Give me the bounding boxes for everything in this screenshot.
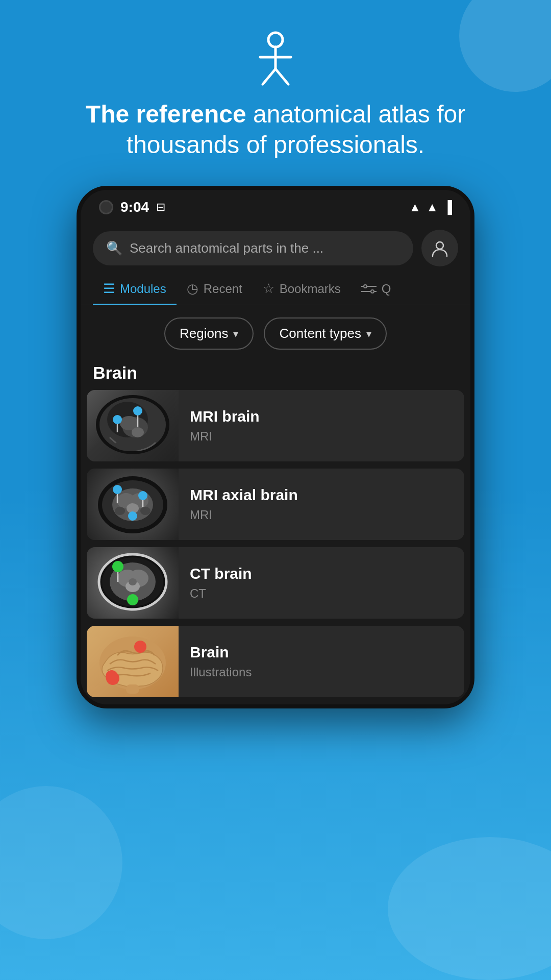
svg-line-4 <box>276 69 288 84</box>
regions-filter-button[interactable]: Regions ▾ <box>164 317 254 350</box>
search-bar[interactable]: 🔍 Search anatomical parts in the ... <box>93 231 413 265</box>
search-icon: 🔍 <box>106 240 122 256</box>
section-brain-title: Brain <box>81 358 470 390</box>
time: 9:04 <box>120 199 149 215</box>
module-name: MRI brain <box>190 408 453 425</box>
app-content: 🔍 Search anatomical parts in the ... ☰ M… <box>81 220 470 704</box>
filter-icon <box>361 281 377 297</box>
svg-point-29 <box>115 507 125 515</box>
bg-decoration-2 <box>0 786 122 939</box>
svg-point-18 <box>115 439 145 451</box>
mri-brain-image <box>89 391 176 460</box>
tab-recent[interactable]: ◷ Recent <box>177 272 253 305</box>
person-icon <box>253 31 298 87</box>
svg-point-52 <box>134 641 146 653</box>
svg-point-31 <box>113 485 122 494</box>
module-info-brain: Brain Illustrations <box>179 626 464 697</box>
tab-bar: ☰ Modules ◷ Recent ☆ Bookmarks <box>81 272 470 305</box>
list-item[interactable]: MRI axial brain MRI <box>87 469 464 540</box>
list-item[interactable]: CT brain CT <box>87 547 464 619</box>
module-name: Brain <box>190 644 453 661</box>
module-type: CT <box>190 586 453 601</box>
app-header: The reference anatomical atlas for thous… <box>0 0 551 186</box>
tab-recent-label: Recent <box>204 282 242 296</box>
avatar-button[interactable] <box>421 230 458 266</box>
tagline: The reference anatomical atlas for thous… <box>0 99 551 160</box>
filter-row: Regions ▾ Content types ▾ <box>81 305 470 358</box>
tab-q-label: Q <box>382 282 391 296</box>
status-bar: 9:04 ⊟ ▲ ▲ ▐ <box>81 190 470 220</box>
module-info-ct: CT brain CT <box>179 547 464 619</box>
bg-decoration-3 <box>388 837 551 980</box>
content-types-filter-button[interactable]: Content types ▾ <box>264 317 386 350</box>
mri-axial-image <box>89 470 176 539</box>
regions-chevron-icon: ▾ <box>233 328 238 340</box>
svg-point-42 <box>129 578 137 585</box>
module-info-mri-brain: MRI brain MRI <box>179 390 464 461</box>
signal-icon: ▲ <box>426 200 438 214</box>
notification-icon: ⊟ <box>156 201 165 214</box>
tab-bookmarks[interactable]: ☆ Bookmarks <box>253 272 351 305</box>
modules-icon: ☰ <box>103 281 115 297</box>
svg-point-46 <box>127 594 138 605</box>
module-thumb-mri-axial <box>87 469 179 540</box>
module-type: MRI <box>190 429 453 444</box>
svg-point-34 <box>138 491 147 500</box>
module-name: CT brain <box>190 565 453 582</box>
regions-label: Regions <box>180 326 228 341</box>
svg-point-6 <box>364 285 367 288</box>
svg-point-17 <box>132 427 144 437</box>
module-thumb-mri-brain <box>87 390 179 461</box>
module-thumb-ct <box>87 547 179 619</box>
status-left: 9:04 ⊟ <box>99 199 165 215</box>
module-name: MRI axial brain <box>190 486 453 504</box>
module-type: MRI <box>190 508 453 522</box>
svg-line-3 <box>263 69 276 84</box>
svg-point-0 <box>268 33 283 47</box>
battery-icon: ▐ <box>443 200 452 214</box>
list-item[interactable]: MRI brain MRI <box>87 390 464 461</box>
module-type: Illustrations <box>190 665 453 679</box>
content-types-chevron-icon: ▾ <box>366 328 371 340</box>
camera-dot <box>99 200 113 214</box>
search-placeholder-text: Search anatomical parts in the ... <box>130 240 323 256</box>
wifi-icon: ▲ <box>409 200 421 214</box>
svg-point-51 <box>106 670 118 682</box>
recent-icon: ◷ <box>187 281 198 297</box>
svg-point-7 <box>371 290 374 293</box>
bookmark-icon: ☆ <box>263 281 274 297</box>
svg-point-33 <box>128 511 137 521</box>
list-item[interactable]: Brain Illustrations <box>87 626 464 697</box>
tab-filter[interactable]: Q <box>351 272 402 305</box>
svg-point-19 <box>133 406 142 415</box>
phone-wrapper: 9:04 ⊟ ▲ ▲ ▐ 🔍 Search anatomical parts i… <box>0 186 551 708</box>
search-bar-row: 🔍 Search anatomical parts in the ... <box>81 220 470 272</box>
module-thumb-brain-illustration <box>87 626 179 697</box>
tab-bookmarks-label: Bookmarks <box>280 282 341 296</box>
content-types-label: Content types <box>279 326 361 341</box>
svg-point-44 <box>112 561 123 572</box>
svg-point-21 <box>113 415 122 424</box>
brain-illustration-image <box>89 627 176 696</box>
phone-frame: 9:04 ⊟ ▲ ▲ ▐ 🔍 Search anatomical parts i… <box>77 186 474 708</box>
svg-point-30 <box>140 507 151 515</box>
ct-brain-image <box>89 549 176 618</box>
module-list: MRI brain MRI <box>81 390 470 704</box>
tab-modules-label: Modules <box>120 282 166 296</box>
tab-modules[interactable]: ☰ Modules <box>93 272 177 305</box>
svg-point-5 <box>436 242 443 249</box>
module-info-mri-axial: MRI axial brain MRI <box>179 469 464 540</box>
status-right: ▲ ▲ ▐ <box>409 200 452 214</box>
svg-rect-48 <box>126 684 139 694</box>
